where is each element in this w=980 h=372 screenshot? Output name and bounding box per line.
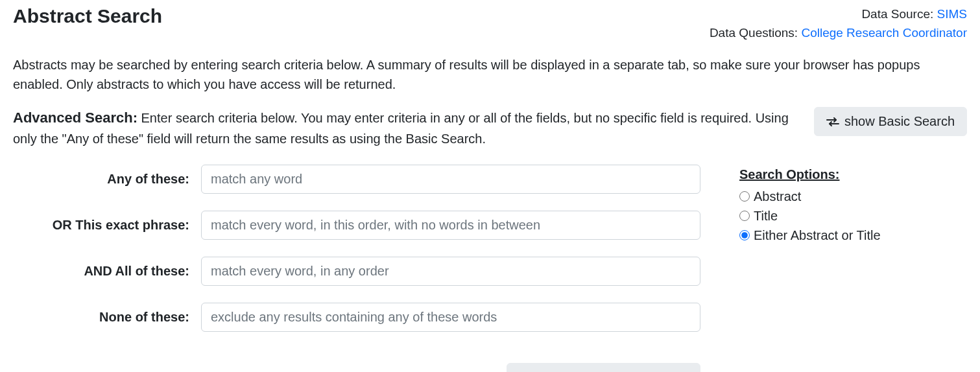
advanced-search-description: Advanced Search: Enter search criteria b…	[13, 107, 801, 149]
option-title-radio[interactable]	[739, 211, 750, 221]
data-questions-label: Data Questions:	[710, 26, 802, 40]
all-of-these-input[interactable]	[201, 257, 700, 286]
swap-icon	[826, 117, 839, 127]
data-source-block: Data Source: SIMS Data Questions: Colleg…	[710, 5, 967, 42]
option-either-label[interactable]: Either Abstract or Title	[754, 226, 881, 245]
any-of-these-input[interactable]	[201, 165, 700, 194]
none-of-these-input[interactable]	[201, 303, 700, 332]
advanced-search-label: Advanced Search:	[13, 110, 137, 126]
option-abstract-radio[interactable]	[739, 191, 750, 202]
page-title: Abstract Search	[13, 5, 162, 27]
toggle-button-label: show Basic Search	[844, 114, 955, 129]
data-source-label: Data Source:	[861, 7, 937, 21]
any-of-these-label: Any of these:	[13, 172, 201, 187]
all-of-these-label: AND All of these:	[13, 264, 201, 279]
exact-phrase-input[interactable]	[201, 211, 700, 240]
execute-advanced-search-button[interactable]: Execute Advanced Search	[507, 363, 700, 372]
option-either-radio[interactable]	[739, 230, 750, 240]
option-title-label[interactable]: Title	[754, 206, 778, 226]
none-of-these-label: None of these:	[13, 310, 201, 325]
intro-text: Abstracts may be searched by entering se…	[13, 55, 967, 94]
show-basic-search-button[interactable]: show Basic Search	[814, 107, 967, 136]
exact-phrase-label: OR This exact phrase:	[13, 218, 201, 233]
option-abstract-label[interactable]: Abstract	[754, 187, 801, 206]
search-options-title: Search Options:	[739, 165, 881, 184]
data-questions-link[interactable]: College Research Coordinator	[801, 26, 967, 40]
data-source-link[interactable]: SIMS	[937, 7, 967, 21]
